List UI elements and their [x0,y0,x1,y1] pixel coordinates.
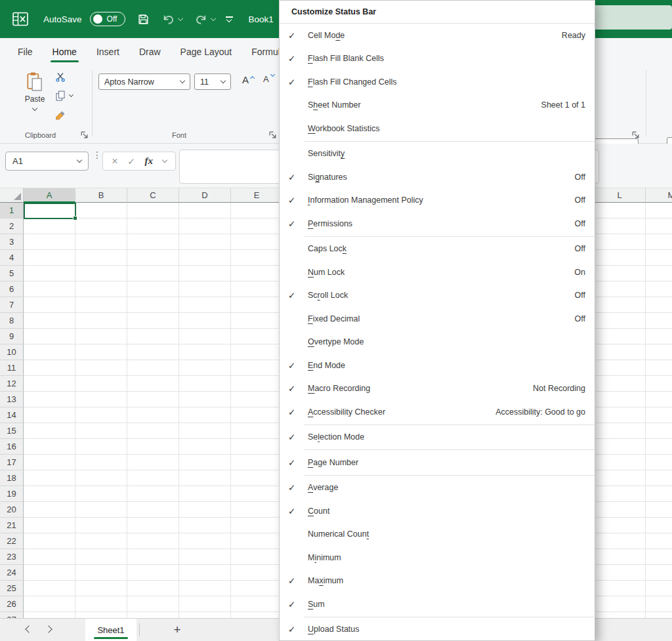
grid-cell-B25[interactable] [75,581,127,596]
grid-cell-B10[interactable] [75,344,127,360]
grid-cell-D7[interactable] [179,297,231,313]
column-header-A[interactable]: A [24,188,75,203]
paste-button[interactable]: Paste [20,72,50,128]
grid-cell-D11[interactable] [179,360,231,376]
grid-cell-M26[interactable] [646,596,672,612]
grid-cell-L16[interactable] [594,439,646,455]
copy-button[interactable] [55,89,73,102]
grid-cell-A4[interactable] [24,250,75,266]
grid-cell-A17[interactable] [24,455,75,470]
menu-item-minimum[interactable]: Minimum [280,546,595,569]
grid-cell-A24[interactable] [24,565,75,581]
grid-cell-M7[interactable] [646,297,672,313]
grid-cell-L18[interactable] [594,470,646,486]
grid-cell-B17[interactable] [75,455,127,470]
grid-cell-M2[interactable] [646,218,672,234]
grid-cell-E22[interactable] [231,533,283,549]
tab-file[interactable]: File [8,38,43,65]
menu-item-sum[interactable]: ✓Sum [280,592,595,616]
grid-cell-L26[interactable] [594,596,646,612]
grid-cell-M6[interactable] [646,281,672,297]
grid-cell-B7[interactable] [75,297,127,313]
font-name-combo[interactable]: Aptos Narrow [98,73,190,90]
grid-cell-D27[interactable] [179,612,231,618]
grid-cell-L1[interactable] [594,203,646,218]
menu-item-average[interactable]: ✓Average [280,476,595,500]
grid-cell-A15[interactable] [24,423,75,439]
grid-cell-M15[interactable] [646,423,672,439]
grid-cell-E23[interactable] [231,549,283,565]
grid-cell-A19[interactable] [24,486,75,502]
grid-cell-M25[interactable] [646,581,672,596]
grid-cell-C24[interactable] [127,565,179,581]
grid-cell-L3[interactable] [594,234,646,250]
grid-cell-B22[interactable] [75,533,127,549]
grid-cell-C25[interactable] [127,581,179,596]
grid-cell-L6[interactable] [594,281,646,297]
grid-cell-M17[interactable] [646,455,672,470]
grid-cell-E9[interactable] [231,329,283,344]
undo-dropdown-icon[interactable] [177,15,182,20]
grid-cell-L9[interactable] [594,329,646,344]
grid-cell-B6[interactable] [75,281,127,297]
grid-cell-E27[interactable] [231,612,283,618]
grid-cell-D5[interactable] [179,266,231,281]
menu-item-flash-fill-blank-cells[interactable]: ✓Flash Fill Blank Cells [280,47,595,71]
grid-cell-C21[interactable] [127,518,179,533]
grid-cell-L20[interactable] [594,502,646,518]
row-header-1[interactable]: 1 [0,203,24,218]
menu-item-caps-lock[interactable]: Caps LockOff [280,238,595,261]
menu-item-overtype-mode[interactable]: Overtype Mode [280,331,595,354]
select-all-corner[interactable] [0,188,24,203]
row-header-8[interactable]: 8 [0,313,24,329]
row-header-23[interactable]: 23 [0,549,24,565]
grid-cell-L14[interactable] [594,407,646,423]
grid-cell-E15[interactable] [231,423,283,439]
menu-item-num-lock[interactable]: Num LockOn [280,260,595,284]
grid-cell-M18[interactable] [646,470,672,486]
grid-cell-L24[interactable] [594,565,646,581]
excel-app-icon[interactable] [12,11,29,27]
grid-cell-B19[interactable] [75,486,127,502]
sheet-tab-sheet1[interactable]: Sheet1 [85,619,136,641]
grid-cell-D23[interactable] [179,549,231,565]
grid-cell-C18[interactable] [127,470,179,486]
grid-cell-B26[interactable] [75,596,127,612]
grid-cell-D24[interactable] [179,565,231,581]
grid-cell-A26[interactable] [24,596,75,612]
grid-cell-A11[interactable] [24,360,75,376]
grid-cell-C16[interactable] [127,439,179,455]
row-header-13[interactable]: 13 [0,392,24,407]
grid-cell-M14[interactable] [646,407,672,423]
grid-cell-L15[interactable] [594,423,646,439]
paste-dropdown-icon[interactable] [32,106,37,111]
grid-cell-B3[interactable] [75,234,127,250]
grid-cell-E20[interactable] [231,502,283,518]
grid-cell-C13[interactable] [127,392,179,407]
format-painter-button[interactable] [55,108,73,121]
grid-cell-L22[interactable] [594,533,646,549]
column-header-M[interactable]: M [646,188,672,203]
grid-cell-D21[interactable] [179,518,231,533]
menu-item-signatures[interactable]: ✓SignaturesOff [280,165,595,189]
grid-cell-L7[interactable] [594,297,646,313]
grid-cell-M1[interactable] [646,203,672,218]
row-header-4[interactable]: 4 [0,250,24,266]
name-box[interactable]: A1 [5,152,89,171]
grid-cell-C12[interactable] [127,376,179,392]
grid-cell-A23[interactable] [24,549,75,565]
grid-cell-M12[interactable] [646,376,672,392]
row-header-16[interactable]: 16 [0,439,24,455]
grid-cell-D22[interactable] [179,533,231,549]
grid-cell-C15[interactable] [127,423,179,439]
menu-item-scroll-lock[interactable]: ✓Scroll LockOff [280,284,595,308]
grid-cell-A5[interactable] [24,266,75,281]
autosave-toggle[interactable]: Off [90,12,125,26]
grid-cell-E25[interactable] [231,581,283,596]
grid-cell-C9[interactable] [127,329,179,344]
row-header-7[interactable]: 7 [0,297,24,313]
grid-cell-A9[interactable] [24,329,75,344]
menu-item-count[interactable]: ✓Count [280,499,595,523]
grid-cell-B11[interactable] [75,360,127,376]
grid-cell-L27[interactable] [594,612,646,618]
